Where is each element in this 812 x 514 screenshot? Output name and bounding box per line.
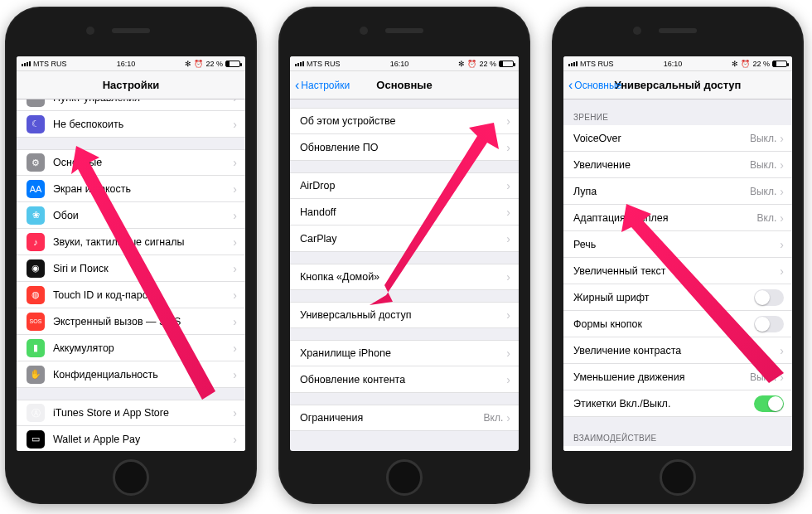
settings-row[interactable]: ▮Аккумулятор›: [17, 335, 245, 361]
settings-row[interactable]: ◉Siri и Поиск›: [17, 255, 245, 282]
chevron-right-icon: ›: [780, 264, 784, 278]
touch-icon: ◍: [27, 286, 45, 304]
settings-row[interactable]: Увеличенный текст›: [563, 258, 792, 284]
settings-row[interactable]: ⚙Основные›: [17, 149, 245, 176]
general-list[interactable]: Об этом устройстве›Обновление ПО›AirDrop…: [290, 99, 519, 451]
row-value: Вкл.: [484, 412, 504, 424]
row-label: Этикетки Вкл./Выкл.: [573, 398, 754, 410]
chevron-right-icon: ›: [780, 132, 784, 145]
battery-icon: [225, 61, 240, 67]
settings-row[interactable]: Обновление контента›: [290, 366, 519, 393]
settings-row[interactable]: Речь›: [563, 231, 792, 258]
toggle-switch[interactable]: [754, 289, 784, 306]
row-label: Увеличение контраста: [573, 345, 780, 356]
chevron-right-icon: ›: [780, 238, 784, 251]
back-button[interactable]: ‹ Основные: [568, 79, 621, 92]
row-label: Экран и яркость: [53, 183, 233, 195]
phone-3: MTS RUS 16:10 ✻ ⏰ 22 % ‹ Основные Универ…: [552, 7, 804, 504]
chevron-right-icon: ›: [233, 406, 237, 419]
alarm-icon: ⏰: [467, 60, 476, 68]
navbar: Настройки: [17, 71, 245, 99]
chevron-right-icon: ›: [233, 342, 237, 355]
row-label: VoiceOver: [573, 133, 750, 144]
toggle-switch[interactable]: [754, 451, 784, 452]
chevron-right-icon: ›: [233, 118, 237, 131]
settings-row[interactable]: Хранилище iPhone›: [290, 340, 519, 366]
toggle-switch[interactable]: [754, 316, 784, 332]
settings-row[interactable]: Формы кнопок: [563, 311, 792, 337]
phone-1: MTS RUS 16:10 ✻ ⏰ 22 % Настройки ⋯Пункт …: [5, 7, 257, 504]
row-label: Уменьшение движения: [573, 371, 750, 383]
signal-icon: [295, 61, 304, 66]
wall-icon: ❀: [27, 206, 45, 225]
toggle-switch[interactable]: [754, 395, 784, 412]
carrier-label: MTS RUS: [580, 60, 614, 68]
settings-row[interactable]: Этикетки Вкл./Выкл.: [563, 390, 792, 417]
chevron-right-icon: ›: [506, 232, 510, 245]
settings-row[interactable]: Кнопка «Домой»›: [290, 264, 519, 290]
bluetooth-icon: ✻: [732, 60, 738, 68]
carrier-label: MTS RUS: [307, 60, 341, 68]
bluetooth-icon: ✻: [458, 60, 465, 68]
row-label: Звуки, тактильные сигналы: [53, 236, 233, 248]
settings-row[interactable]: Жирный шрифт: [563, 284, 792, 311]
back-button[interactable]: ‹ Настройки: [295, 79, 350, 92]
chevron-right-icon: ›: [233, 315, 237, 328]
chevron-right-icon: ›: [780, 158, 784, 172]
wallet-icon: ▭: [27, 430, 45, 449]
settings-row[interactable]: SOSЭкстренный вызов — SOS›: [17, 308, 245, 335]
settings-row[interactable]: CarPlay›: [290, 225, 519, 252]
settings-row[interactable]: Handoff›: [290, 199, 519, 225]
settings-row[interactable]: Об этом устройстве›: [290, 108, 519, 134]
gear-icon: ⚙: [27, 153, 45, 172]
settings-row[interactable]: УвеличениеВыкл.›: [563, 152, 792, 178]
settings-row[interactable]: ☾Не беспокоить›: [17, 111, 245, 138]
row-label: Хранилище iPhone: [300, 347, 506, 359]
chevron-right-icon: ›: [506, 114, 510, 128]
priv-icon: ✋: [27, 366, 45, 384]
settings-row[interactable]: Адаптация дисплеяВкл.›: [563, 205, 792, 231]
settings-row[interactable]: ОграниченияВкл.›: [290, 405, 519, 431]
settings-row[interactable]: ⒶiTunes Store и App Store›: [17, 400, 245, 426]
chevron-left-icon: ‹: [295, 79, 299, 92]
accessibility-list[interactable]: ЗРЕНИЕVoiceOverВыкл.›УвеличениеВыкл.›Луп…: [563, 99, 792, 451]
settings-row[interactable]: ◍Touch ID и код-пароль›: [17, 282, 245, 308]
settings-row[interactable]: ✋Конфиденциальность›: [17, 361, 245, 388]
row-label: Увеличение: [573, 159, 750, 171]
row-value: Вкл.: [757, 212, 777, 224]
settings-row[interactable]: Увеличение контраста›: [563, 337, 792, 364]
phone-2: MTS RUS 16:10 ✻ ⏰ 22 % ‹ Настройки Основ…: [278, 7, 530, 504]
settings-row[interactable]: Удобный доступ: [563, 446, 792, 451]
chevron-right-icon: ›: [233, 99, 237, 104]
settings-row[interactable]: ❀Обои›: [17, 202, 245, 229]
chevron-right-icon: ›: [506, 411, 510, 424]
settings-list[interactable]: ⋯Пункт управления›☾Не беспокоить›⚙Основн…: [17, 99, 245, 451]
page-title: Универсальный доступ: [615, 79, 742, 91]
battery-icon: [499, 61, 514, 67]
battery-pct: 22 %: [205, 60, 223, 68]
chevron-right-icon: ›: [506, 206, 510, 219]
row-label: Siri и Поиск: [53, 263, 233, 274]
chevron-right-icon: ›: [506, 270, 510, 284]
chevron-right-icon: ›: [233, 433, 237, 446]
signal-icon: [22, 61, 31, 66]
chevron-right-icon: ›: [506, 179, 510, 192]
row-label: Не беспокоить: [53, 119, 233, 130]
settings-row[interactable]: AAЭкран и яркость›: [17, 176, 245, 202]
settings-row[interactable]: ♪Звуки, тактильные сигналы›: [17, 229, 245, 255]
clock: 16:10: [117, 60, 136, 68]
settings-row[interactable]: ▭Wallet и Apple Pay›: [17, 426, 245, 451]
row-label: CarPlay: [300, 233, 506, 245]
row-label: Адаптация дисплея: [573, 212, 757, 224]
settings-row[interactable]: VoiceOverВыкл.›: [563, 125, 792, 152]
row-label: Лупа: [573, 186, 750, 197]
settings-row[interactable]: Уменьшение движенияВыкл.›: [563, 364, 792, 390]
settings-row[interactable]: AirDrop›: [290, 172, 519, 199]
signal-icon: [568, 61, 578, 66]
chevron-left-icon: ‹: [568, 79, 573, 92]
settings-row[interactable]: ЛупаВыкл.›: [563, 178, 792, 205]
settings-row[interactable]: Обновление ПО›: [290, 134, 519, 161]
settings-row[interactable]: ⋯Пункт управления›: [17, 99, 245, 111]
settings-row[interactable]: Универсальный доступ›: [290, 302, 519, 328]
siri-icon: ◉: [27, 259, 45, 278]
